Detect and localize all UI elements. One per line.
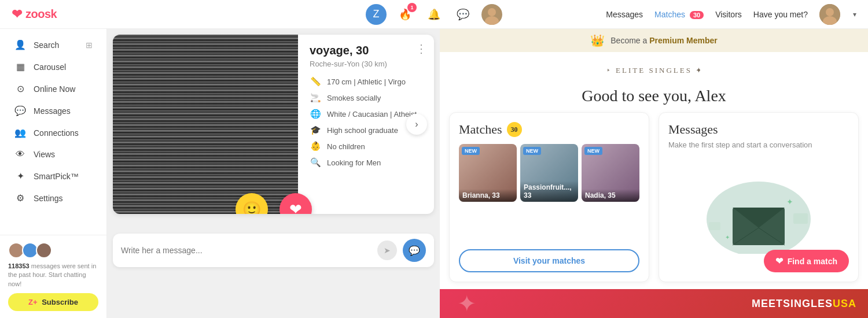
sidebar-item-carousel[interactable]: ▦ Carousel <box>3 56 103 77</box>
detail-children-text: No children <box>327 142 365 151</box>
meet-singles-text: MEETSINGLESUSA <box>752 298 856 310</box>
sidebar-item-messages[interactable]: 💬 Messages <box>3 100 103 121</box>
elite-content: ✦ ELITE SINGLES ✦ Good to see you, Alex … <box>440 52 868 289</box>
carousel-sidebar-icon: ▦ <box>14 61 27 72</box>
nav-icon-group: Z 🔥 1 🔔 💬 <box>366 4 502 25</box>
new-chat-button[interactable]: 💬 <box>403 239 426 262</box>
svg-rect-14 <box>793 213 808 224</box>
match-name-1: Brianna, 33 <box>459 189 517 202</box>
messages-card: Messages Make the first step and start a… <box>659 112 859 282</box>
detail-education: 🎓 High school graduate <box>310 125 422 135</box>
sidebar-item-views[interactable]: 👁 Views <box>3 144 103 165</box>
smoking-icon: 🚬 <box>310 93 321 103</box>
svg-text:✦: ✦ <box>725 234 730 241</box>
svg-point-1 <box>488 8 496 16</box>
more-options-button[interactable]: ⋮ <box>415 42 427 56</box>
search-sidebar-icon: 👤 <box>14 39 27 50</box>
action-buttons: 🙂 ❤ <box>236 193 312 214</box>
detail-education-text: High school graduate <box>327 126 398 135</box>
user-avatar-nav[interactable] <box>481 4 502 25</box>
bell-icon: 🔔 <box>428 8 440 21</box>
match-photo-nadia[interactable]: NEW Nadia, 35 <box>582 144 639 202</box>
visitors-nav-link[interactable]: Visitors <box>715 10 742 19</box>
sidebar-footer: 118353 messages were sent in the past ho… <box>0 235 106 318</box>
sidebar-label-settings: Settings <box>34 194 63 203</box>
message-bar: ➤ 💬 <box>113 234 434 267</box>
filter-icon[interactable]: ⊞ <box>86 40 93 50</box>
next-profile-button[interactable]: › <box>406 114 427 135</box>
profile-photo <box>113 35 298 214</box>
z-icon: Z <box>373 8 380 20</box>
user-avatar-topright[interactable] <box>819 4 840 25</box>
premium-member-link[interactable]: Premium Member <box>649 36 717 45</box>
nav-left: ❤ zoosk <box>12 7 606 22</box>
elite-header: ✦ ELITE SINGLES ✦ Good to see you, Alex <box>440 52 868 112</box>
profile-card: ⋮ voyage, 30 Roche-sur-Yon (30 km) 📏 170… <box>113 35 434 214</box>
detail-height: 📏 170 cm | Athletic | Virgo <box>310 76 422 87</box>
sidebar: 👤 Search ⊞ ▦ Carousel ⊙ Online Now 💬 Mes… <box>0 29 107 318</box>
views-sidebar-icon: 👁 <box>14 149 27 160</box>
connections-sidebar-icon: 👥 <box>14 127 27 138</box>
sidebar-item-online[interactable]: ⊙ Online Now <box>3 78 103 99</box>
profile-name: voyage, 30 <box>310 44 422 57</box>
sidebar-item-search[interactable]: 👤 Search ⊞ <box>3 34 103 56</box>
profile-info-panel: ⋮ voyage, 30 Roche-sur-Yon (30 km) 📏 170… <box>298 35 434 214</box>
top-navigation: ❤ zoosk Z 🔥 1 🔔 💬 Messages Matches <box>0 0 868 29</box>
message-input[interactable] <box>121 246 372 255</box>
flame-badge: 1 <box>407 3 417 12</box>
flame-nav-button[interactable]: 🔥 1 <box>395 4 415 25</box>
settings-sidebar-icon: ⚙ <box>14 193 27 204</box>
match-photos-row: NEW Brianna, 33 NEW Passionfruit..., 33 … <box>459 144 639 202</box>
visit-matches-button[interactable]: Visit your matches <box>459 249 639 272</box>
chat-nav-button[interactable]: 💬 <box>453 4 473 25</box>
smartpick-sidebar-icon: ✦ <box>14 171 27 182</box>
heart-button[interactable]: ❤ <box>279 193 312 214</box>
detail-looking-text: Looking for Men <box>327 158 381 167</box>
bell-nav-button[interactable]: 🔔 <box>424 4 444 25</box>
matches-card-title: Matches 30 <box>459 122 639 137</box>
subscribe-button[interactable]: Z+ Subscribe <box>8 293 98 311</box>
sidebar-item-settings[interactable]: ⚙ Settings <box>3 187 103 209</box>
online-sidebar-icon: ⊙ <box>14 83 27 94</box>
looking-icon: 🔍 <box>310 157 321 168</box>
match-photo-passionfruit[interactable]: NEW Passionfruit..., 33 <box>520 144 578 202</box>
footer-avatars <box>8 242 98 258</box>
height-icon: 📏 <box>310 76 321 87</box>
matches-count-badge: 30 <box>690 11 704 19</box>
z-nav-button[interactable]: Z <box>366 4 387 25</box>
chat-icon: 💬 <box>457 8 469 21</box>
sidebar-label-connections: Connections <box>34 128 79 138</box>
svg-text:✦ ELITE SINGLES ✦: ✦ ELITE SINGLES ✦ <box>608 66 700 75</box>
detail-smoking-text: Smokes socially <box>327 94 381 102</box>
meet-singles-usa-text: USA <box>833 298 856 309</box>
envelope-svg: ✦ ✦ <box>701 173 816 254</box>
sidebar-item-smartpick[interactable]: ✦ SmartPick™ <box>3 165 103 187</box>
premium-banner: 👑 Become a Premium Member <box>440 29 868 52</box>
smile-button[interactable]: 🙂 <box>236 193 268 214</box>
chevron-down-icon[interactable]: ▾ <box>853 10 856 19</box>
subscribe-label: Subscribe <box>42 298 78 306</box>
find-match-button[interactable]: ❤ Find a match <box>764 250 849 272</box>
detail-ethnicity: 🌐 White / Caucasian | Atheist <box>310 109 422 119</box>
messages-card-title: Messages <box>668 122 849 137</box>
sidebar-item-connections[interactable]: 👥 Connections <box>3 122 103 143</box>
new-badge-3: NEW <box>584 147 602 155</box>
match-photo-brianna[interactable]: NEW Brianna, 33 <box>459 144 517 202</box>
find-match-label: Find a match <box>788 257 837 266</box>
sidebar-label-smartpick: SmartPick™ <box>34 172 79 181</box>
matches-nav-link[interactable]: Matches 30 <box>654 10 704 19</box>
right-panel: 👑 Become a Premium Member ✦ ELITE SINGLE… <box>440 29 868 318</box>
new-badge-2: NEW <box>523 147 541 155</box>
sidebar-label-search: Search <box>34 40 59 50</box>
detail-height-text: 170 cm | Athletic | Virgo <box>327 77 406 86</box>
detail-smoking: 🚬 Smokes socially <box>310 93 422 103</box>
detail-ethnicity-text: White / Caucasian | Atheist <box>327 110 417 119</box>
ethnicity-icon: 🌐 <box>310 109 321 119</box>
children-icon: 👶 <box>310 141 321 151</box>
meet-singles-banner[interactable]: ✦ MEETSINGLESUSA <box>440 289 868 318</box>
messages-nav-link[interactable]: Messages <box>606 10 643 19</box>
have-you-met-nav-link[interactable]: Have you met? <box>753 10 808 19</box>
svg-point-4 <box>826 8 834 16</box>
zoosk-logo[interactable]: ❤ zoosk <box>12 7 57 22</box>
send-button[interactable]: ➤ <box>377 241 397 260</box>
